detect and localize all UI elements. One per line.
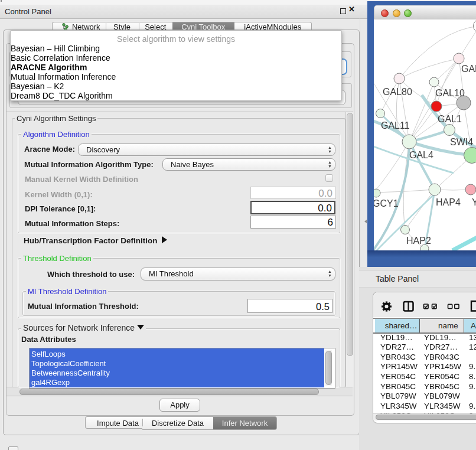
svg-text:GAL1: GAL1	[438, 114, 462, 124]
svg-text:Y: Y	[472, 197, 476, 207]
svg-text:GAL11: GAL11	[381, 120, 410, 131]
svg-text:GAL10: GAL10	[435, 88, 465, 98]
svg-text:SWI4: SWI4	[450, 137, 473, 147]
svg-text:GCY1: GCY1	[374, 198, 399, 208]
svg-text:HAP2: HAP2	[406, 236, 431, 246]
svg-text:HAP4: HAP4	[436, 197, 461, 207]
svg-text:GAL80: GAL80	[383, 87, 412, 97]
svg-text:GAL7: GAL7	[461, 64, 476, 74]
svg-text:GAL4: GAL4	[409, 150, 433, 160]
